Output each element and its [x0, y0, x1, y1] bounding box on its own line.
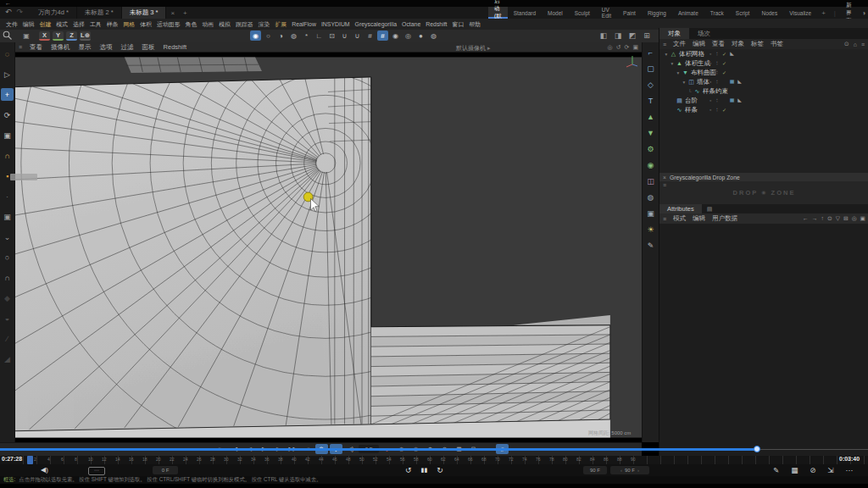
- layout-tab[interactable]: 启动 (默认): [488, 7, 508, 19]
- render-dots-icon[interactable]: ∶: [716, 88, 718, 95]
- enabled-check-icon[interactable]: ✓: [722, 60, 726, 66]
- maximize-view-icon[interactable]: ▣: [632, 44, 638, 51]
- visibility-dot-icon[interactable]: ◦: [709, 107, 711, 113]
- bell-off-icon[interactable]: ⊘: [810, 466, 815, 474]
- up-arrow-icon[interactable]: ↑: [821, 215, 824, 222]
- om-menu-文件[interactable]: 文件: [670, 40, 689, 48]
- panel-icon[interactable]: ▣: [860, 215, 865, 222]
- pause-icon[interactable]: ▮▮: [421, 467, 428, 474]
- target-icon[interactable]: ◎: [852, 215, 857, 222]
- menu-跟踪器[interactable]: 跟踪器: [233, 20, 256, 29]
- render-dots-icon[interactable]: ∶: [716, 51, 718, 58]
- redo-icon[interactable]: ↷: [17, 8, 24, 16]
- vp-menu-选项[interactable]: 选项: [96, 43, 117, 52]
- viewport-layout-4-icon[interactable]: ⊞: [642, 30, 652, 41]
- attr-menu-用户数据[interactable]: 用户数据: [709, 214, 741, 223]
- render-dots-icon[interactable]: ∶: [716, 79, 718, 86]
- new-interface-label[interactable]: 新界面: [840, 7, 858, 19]
- search-icon[interactable]: ⊙: [844, 41, 849, 47]
- viewport-canvas[interactable]: [15, 53, 642, 442]
- search-icon[interactable]: [3, 30, 13, 41]
- menu-窗口[interactable]: 窗口: [450, 20, 467, 29]
- cube-primitive-icon[interactable]: ◇: [644, 78, 657, 91]
- enabled-check-icon[interactable]: ✓: [722, 69, 726, 75]
- document-tab[interactable]: 未标题 3 *: [122, 7, 167, 19]
- polygons-mode[interactable]: ∩: [1, 271, 14, 284]
- magnet-large-icon[interactable]: ∪: [339, 30, 350, 41]
- phong-tag-icon[interactable]: ◣: [737, 97, 743, 103]
- vp-menu-面板[interactable]: 面板: [138, 43, 159, 52]
- object-row[interactable]: ∿样条◦∶✓: [659, 105, 868, 114]
- refresh-view-icon[interactable]: ⟳: [625, 44, 630, 51]
- rewind-icon[interactable]: ↺: [405, 466, 412, 474]
- dot-a-icon[interactable]: ●: [415, 30, 426, 41]
- om-menu-编辑[interactable]: 编辑: [689, 40, 709, 48]
- visibility-dot-icon[interactable]: ◦: [709, 69, 711, 75]
- menu-Greyscalegorilla[interactable]: Greyscalegorilla: [353, 21, 399, 27]
- axis-button-Y[interactable]: Y: [53, 31, 64, 41]
- menu-文件[interactable]: 文件: [3, 20, 20, 29]
- volume-icon[interactable]: ◀): [41, 466, 48, 474]
- phong-tag-icon[interactable]: ◣: [729, 51, 735, 57]
- visibility-dot-icon[interactable]: ◦: [709, 88, 711, 94]
- workplane-icon[interactable]: ∟: [314, 30, 325, 41]
- home-icon[interactable]: ⌂: [854, 42, 857, 47]
- layout-tab[interactable]: UV Edit: [596, 7, 617, 19]
- snap-mode-icon[interactable]: ○: [263, 30, 274, 41]
- pencil-edit-icon[interactable]: ✎: [644, 239, 657, 252]
- layout-tab[interactable]: Visualize: [783, 7, 817, 19]
- layers-tab-icon[interactable]: ▤: [702, 204, 718, 214]
- deformer-icon[interactable]: ◫: [644, 175, 657, 187]
- object-label[interactable]: 体积生成: [685, 59, 710, 68]
- object-label[interactable]: 布料曲面: [691, 69, 716, 77]
- vp-menu-显示[interactable]: 显示: [75, 43, 96, 52]
- menu-渲染[interactable]: 渲染: [256, 20, 273, 29]
- object-row[interactable]: ▾▲体积生成◦∶✓: [659, 58, 868, 68]
- back-arrow-icon[interactable]: ←: [5, 0, 11, 6]
- undo-icon[interactable]: ↶: [5, 8, 12, 16]
- render-dots-icon[interactable]: ∶: [716, 107, 718, 114]
- menu-运动图形[interactable]: 运动图形: [154, 20, 183, 29]
- layout-tab[interactable]: Standard: [508, 7, 542, 19]
- expander-icon[interactable]: ▾: [681, 80, 687, 85]
- uv-tag-icon[interactable]: ▦: [729, 97, 735, 103]
- plane-lock-icon[interactable]: ⊡: [326, 30, 337, 41]
- render-picture-icon[interactable]: ▣: [20, 30, 32, 41]
- end-frame-field[interactable]: 90 F: [583, 466, 607, 474]
- danmaku-icon[interactable]: ⋯: [88, 467, 105, 475]
- object-row[interactable]: ▤台阶◦∶▦◣: [659, 96, 868, 105]
- om-menu-查看[interactable]: 查看: [709, 40, 728, 48]
- menu-Redshift[interactable]: Redshift: [423, 21, 449, 27]
- render-dots-icon[interactable]: ∶: [716, 60, 718, 67]
- viewport-hamburger-icon[interactable]: ≡: [15, 44, 25, 50]
- vp-menu-查看[interactable]: 查看: [25, 43, 47, 52]
- phong-tag-icon[interactable]: ◣: [737, 79, 743, 85]
- screen-icon[interactable]: ▦: [791, 466, 798, 474]
- object-label[interactable]: 墙体: [697, 78, 709, 86]
- axis-button-L⊕[interactable]: L⊕: [80, 31, 91, 41]
- menu-工具[interactable]: 工具: [87, 20, 104, 29]
- forward-icon[interactable]: ↻: [437, 466, 443, 474]
- camera-label[interactable]: 默认摄像机 ▸: [456, 44, 490, 53]
- om-menu-标签[interactable]: 标签: [748, 40, 767, 48]
- om-hamburger-icon[interactable]: ≡: [659, 42, 670, 47]
- expander-icon[interactable]: ▾: [675, 70, 682, 75]
- menu-样条[interactable]: 样条: [104, 20, 121, 29]
- object-label[interactable]: 样条: [685, 106, 698, 114]
- object-mode[interactable]: ▣: [1, 210, 14, 223]
- object-label[interactable]: 台阶: [685, 97, 698, 105]
- add-layout-icon[interactable]: +: [817, 7, 830, 19]
- forward-arrow-icon[interactable]: →: [812, 215, 818, 222]
- back-arrow-icon[interactable]: ←: [803, 215, 809, 222]
- interface-circle-icon[interactable]: ◑: [857, 7, 868, 19]
- menu-INSYDIUM[interactable]: INSYDIUM: [319, 21, 353, 27]
- tab-attributes[interactable]: Attributes: [659, 204, 702, 214]
- filter-icon[interactable]: ▽: [836, 215, 840, 222]
- expander-icon[interactable]: └: [687, 89, 693, 94]
- vp-menu-过滤[interactable]: 过滤: [117, 43, 138, 52]
- globe-icon[interactable]: ◍: [644, 191, 657, 203]
- cone-generator-icon[interactable]: ▲: [644, 110, 657, 123]
- layout-tab[interactable]: Sculpt: [569, 7, 596, 19]
- magnet-small-icon[interactable]: ∪: [352, 30, 363, 41]
- object-label[interactable]: 体积网格: [679, 50, 704, 58]
